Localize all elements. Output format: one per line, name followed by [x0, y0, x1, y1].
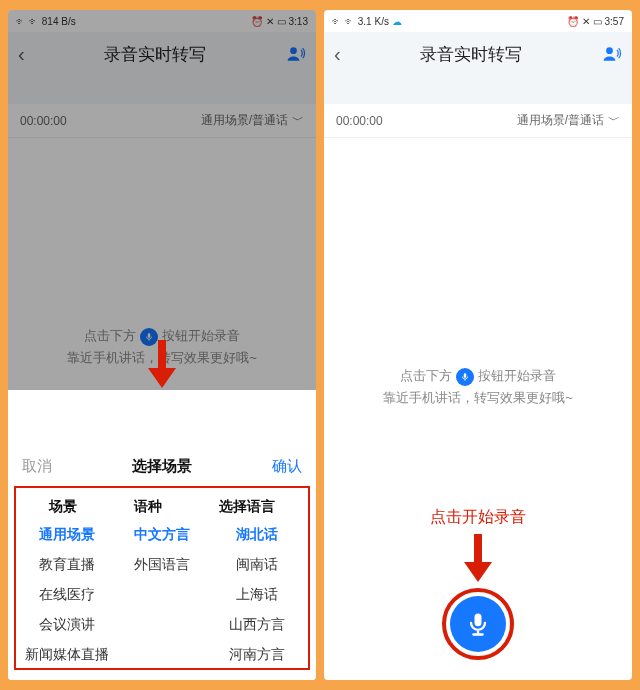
- scene-selector[interactable]: 通用场景/普通话 ﹀: [201, 112, 304, 129]
- annotation-arrow: [151, 340, 173, 388]
- record-button-highlight: [442, 588, 514, 660]
- svg-rect-4: [475, 614, 482, 627]
- hint-part-b: 按钮开始录音: [478, 368, 556, 383]
- battery-icon: ▭: [277, 16, 286, 27]
- picker-highlight-box: 场景 语种 选择语言 通用场景 教育直播 在线医疗 会议演讲 新闻媒体直播 中文…: [14, 486, 310, 670]
- hint-part-b: 按钮开始录音: [162, 328, 240, 343]
- vibrate-icon: ⏰ ✕: [251, 16, 274, 27]
- battery-icon: ▭: [593, 16, 602, 27]
- lang-option[interactable]: 河南方言: [229, 646, 285, 664]
- record-info-bar: 00:00:00 通用场景/普通话 ﹀: [8, 104, 316, 138]
- record-callout: 点击开始录音: [324, 507, 632, 660]
- vibrate-icon: ⏰ ✕: [567, 16, 590, 27]
- mic-icon: [464, 610, 492, 638]
- cancel-button[interactable]: 取消: [22, 457, 52, 476]
- scene-summary: 通用场景/普通话: [517, 112, 604, 129]
- lang-option[interactable]: 上海话: [236, 586, 278, 604]
- scene-picker-sheet: 取消 选择场景 确认 场景 语种 选择语言 通用场景 教育直播 在线医疗 会议演…: [8, 446, 316, 680]
- hint-part-a: 点击下方: [84, 328, 136, 343]
- record-callout-label: 点击开始录音: [430, 507, 526, 528]
- phone-right: ᯤ ᯤ 3.1 K/s ☁ ⏰ ✕ ▭ 3:57 ‹ 录音实时转写 00:00:…: [324, 10, 632, 680]
- svg-point-2: [606, 47, 613, 54]
- net-speed: 3.1 K/s: [358, 16, 389, 27]
- status-bar: ᯤ ᯤ 3.1 K/s ☁ ⏰ ✕ ▭ 3:57: [324, 10, 632, 32]
- back-button[interactable]: ‹: [334, 43, 341, 66]
- hint-part-a: 点击下方: [400, 368, 452, 383]
- svg-rect-1: [148, 333, 151, 338]
- status-bar: ᯤ ᯤ 814 B/s ⏰ ✕ ▭ 3:13: [8, 10, 316, 32]
- signal-icon: ᯤ ᯤ: [16, 16, 39, 27]
- lang-column[interactable]: 湖北话 闽南话 上海话 山西方言 河南方言: [209, 526, 304, 664]
- voice-profile-icon[interactable]: [602, 44, 622, 64]
- annotation-arrow: [467, 534, 489, 582]
- signal-icon: ᯤ ᯤ: [332, 16, 355, 27]
- page-title: 录音实时转写: [25, 43, 286, 66]
- lang-kind-column[interactable]: 中文方言 外国语言: [115, 526, 210, 664]
- col-head-lang-kind: 语种: [134, 498, 162, 516]
- svg-point-0: [290, 47, 297, 54]
- spacer: [324, 76, 632, 104]
- voice-profile-icon[interactable]: [286, 44, 306, 64]
- hint-text: 点击下方 按钮开始录音 靠近手机讲话，转写效果更好哦~: [324, 365, 632, 409]
- record-info-bar: 00:00:00 通用场景/普通话 ﹀: [324, 104, 632, 138]
- col-head-lang: 选择语言: [219, 498, 275, 516]
- scene-option[interactable]: 在线医疗: [39, 586, 95, 604]
- lang-option[interactable]: 山西方言: [229, 616, 285, 634]
- scene-selector[interactable]: 通用场景/普通话 ﹀: [517, 112, 620, 129]
- chevron-down-icon: ﹀: [608, 112, 620, 129]
- sheet-title: 选择场景: [132, 457, 192, 476]
- clock: 3:13: [289, 16, 308, 27]
- net-speed: 814 B/s: [42, 16, 76, 27]
- status-right: ⏰ ✕ ▭ 3:57: [567, 16, 624, 27]
- timer: 00:00:00: [336, 114, 383, 128]
- status-right: ⏰ ✕ ▭ 3:13: [251, 16, 308, 27]
- scene-option[interactable]: 新闻媒体直播: [25, 646, 109, 664]
- lang-kind-option-selected[interactable]: 中文方言: [134, 526, 190, 544]
- lang-option[interactable]: 闽南话: [236, 556, 278, 574]
- scene-option-selected[interactable]: 通用场景: [39, 526, 95, 544]
- scene-option[interactable]: 教育直播: [39, 556, 95, 574]
- svg-rect-3: [464, 373, 467, 378]
- scene-column[interactable]: 通用场景 教育直播 在线医疗 会议演讲 新闻媒体直播: [20, 526, 115, 664]
- navbar: ‹ 录音实时转写: [8, 32, 316, 76]
- mic-icon: [456, 368, 474, 386]
- scene-summary: 通用场景/普通话: [201, 112, 288, 129]
- phone-left: ᯤ ᯤ 814 B/s ⏰ ✕ ▭ 3:13 ‹ 录音实时转写 00:00:00…: [8, 10, 316, 680]
- clock: 3:57: [605, 16, 624, 27]
- lang-option-selected[interactable]: 湖北话: [236, 526, 278, 544]
- col-head-scene: 场景: [49, 498, 77, 516]
- timer: 00:00:00: [20, 114, 67, 128]
- lang-kind-option[interactable]: 外国语言: [134, 556, 190, 574]
- status-left: ᯤ ᯤ 3.1 K/s ☁: [332, 16, 402, 27]
- chevron-down-icon: ﹀: [292, 112, 304, 129]
- hint-line-2: 靠近手机讲话，转写效果更好哦~: [324, 387, 632, 409]
- navbar: ‹ 录音实时转写: [324, 32, 632, 76]
- cloud-icon: ☁: [392, 16, 402, 27]
- status-left: ᯤ ᯤ 814 B/s: [16, 16, 76, 27]
- scene-option[interactable]: 会议演讲: [39, 616, 95, 634]
- back-button[interactable]: ‹: [18, 43, 25, 66]
- spacer: [8, 76, 316, 104]
- confirm-button[interactable]: 确认: [272, 457, 302, 476]
- page-title: 录音实时转写: [341, 43, 602, 66]
- record-button[interactable]: [450, 596, 506, 652]
